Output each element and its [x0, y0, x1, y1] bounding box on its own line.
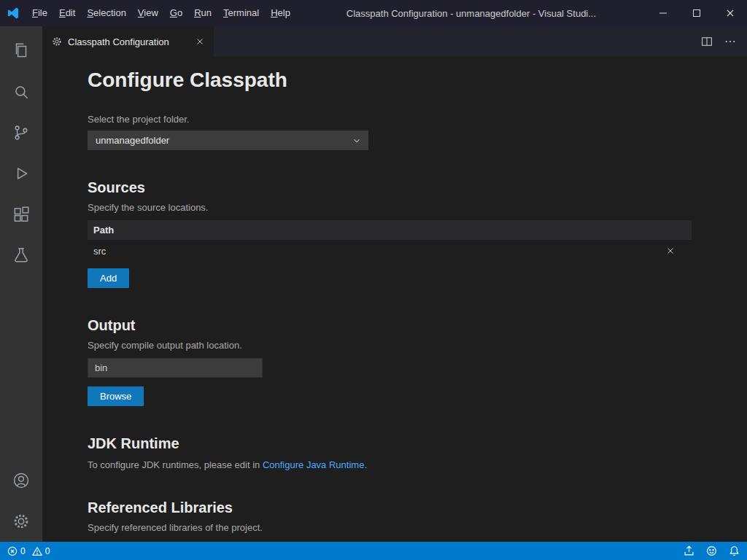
window-title: Classpath Configuration - unmanagedfolde… — [296, 8, 646, 19]
more-actions-icon[interactable] — [724, 35, 737, 48]
menu-go[interactable]: Go — [164, 0, 188, 26]
source-row[interactable]: src — [88, 240, 692, 262]
remove-source-icon[interactable] — [665, 246, 686, 256]
maximize-button[interactable] — [680, 0, 713, 26]
output-section-title: Output — [88, 317, 747, 334]
status-bar: 0 0 — [0, 542, 747, 560]
sources-table-header: Path — [88, 220, 692, 240]
output-path-input[interactable] — [88, 358, 263, 378]
classpath-config-icon — [51, 36, 63, 47]
statusbar-right — [684, 545, 740, 556]
account-icon — [12, 471, 31, 490]
activity-search[interactable] — [0, 71, 42, 112]
split-editor-icon[interactable] — [700, 35, 713, 48]
menubar: File Edit Selection View Go Run Terminal… — [26, 0, 296, 26]
path-column-header: Path — [93, 225, 114, 236]
tab-classpath-configuration[interactable]: Classpath Configuration — [42, 26, 214, 57]
chevron-down-icon — [352, 136, 362, 146]
activity-bar — [0, 26, 42, 542]
menu-run[interactable]: Run — [188, 0, 217, 26]
page-title: Configure Classpath — [88, 69, 747, 92]
titlebar: File Edit Selection View Go Run Terminal… — [0, 0, 747, 26]
menu-help[interactable]: Help — [265, 0, 296, 26]
jdk-text-after: . — [364, 459, 367, 470]
warnings-icon — [32, 546, 42, 556]
vscode-window: File Edit Selection View Go Run Terminal… — [0, 0, 747, 560]
activity-extensions[interactable] — [0, 194, 42, 235]
problems-indicator[interactable]: 0 0 — [7, 546, 53, 556]
activity-settings[interactable] — [0, 501, 42, 542]
activity-run-debug[interactable] — [0, 153, 42, 194]
tab-close-icon[interactable] — [195, 36, 205, 47]
vscode-logo-icon — [0, 6, 26, 20]
tab-bar: Classpath Configuration — [42, 26, 747, 57]
activity-source-control[interactable] — [0, 112, 42, 153]
git-branch-icon — [12, 123, 31, 142]
referenced-libraries-desc: Specify referenced libraries of the proj… — [88, 522, 747, 533]
menu-terminal[interactable]: Terminal — [217, 0, 265, 26]
project-folder-label: Select the project folder. — [88, 114, 747, 125]
search-icon — [12, 82, 31, 101]
jdk-text-before: To configure JDK runtimes, please edit i… — [88, 459, 263, 470]
run-debug-icon — [12, 164, 31, 183]
editor-actions — [700, 26, 747, 57]
menu-selection[interactable]: Selection — [81, 0, 131, 26]
activity-testing[interactable] — [0, 235, 42, 276]
sources-section-desc: Specify the source locations. — [88, 202, 747, 213]
feedback-icon[interactable] — [706, 545, 717, 556]
referenced-libraries-title: Referenced Libraries — [88, 499, 747, 516]
project-folder-selected-value: unmanagedfolder — [96, 135, 169, 146]
classpath-config-page: Configure Classpath Select the project f… — [42, 57, 747, 542]
configure-java-runtime-link[interactable]: Configure Java Runtime — [263, 459, 364, 470]
menu-edit[interactable]: Edit — [53, 0, 81, 26]
files-icon — [12, 42, 31, 61]
source-path-value: src — [93, 246, 106, 257]
errors-icon — [7, 546, 18, 556]
warnings-count: 0 — [45, 546, 50, 556]
output-section-desc: Specify compile output path location. — [88, 340, 747, 351]
jdk-section-text: To configure JDK runtimes, please edit i… — [88, 459, 747, 470]
errors-count: 0 — [20, 546, 26, 556]
jdk-section-title: JDK Runtime — [88, 435, 747, 452]
add-source-button[interactable]: Add — [88, 268, 129, 288]
sources-section-title: Sources — [88, 179, 747, 196]
gear-icon — [12, 512, 31, 531]
close-button[interactable] — [713, 0, 747, 26]
share-icon[interactable] — [684, 545, 694, 556]
project-folder-select[interactable]: unmanagedfolder — [88, 131, 368, 150]
window-controls — [646, 0, 747, 26]
sources-table: Path src — [88, 220, 692, 262]
activity-account[interactable] — [0, 460, 42, 501]
editor-area: Classpath Configuration Configure Clas — [42, 26, 747, 542]
menu-file[interactable]: File — [26, 0, 53, 26]
activity-explorer[interactable] — [0, 31, 42, 71]
beaker-icon — [12, 246, 31, 265]
menu-view[interactable]: View — [132, 0, 164, 26]
tab-label: Classpath Configuration — [68, 36, 169, 47]
minimize-button[interactable] — [646, 0, 680, 26]
browse-output-button[interactable]: Browse — [88, 386, 144, 406]
bell-icon[interactable] — [729, 545, 740, 556]
extensions-icon — [12, 205, 31, 224]
